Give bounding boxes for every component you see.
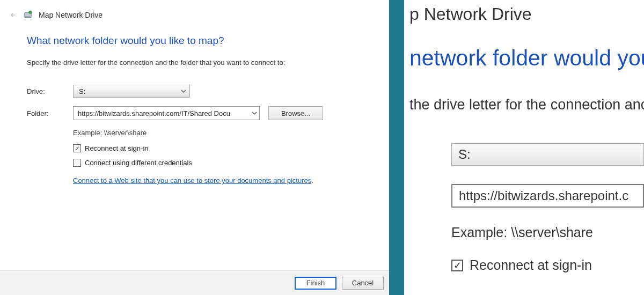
zoom-heading: network folder would you lik <box>409 46 644 71</box>
zoom-example: Example: \\server\share <box>451 225 644 240</box>
folder-value: https://bitwizards.sharepoint.com/IT/Sha… <box>78 109 252 117</box>
svg-rect-2 <box>24 17 32 18</box>
different-credentials-label: Connect using different credentials <box>85 159 192 167</box>
map-network-drive-dialog: Map Network Drive What network folder wo… <box>0 0 389 295</box>
dialog-footer: Finish Cancel <box>0 270 389 295</box>
pane-divider <box>389 0 404 295</box>
example-text: Example: \\server\share <box>73 129 362 137</box>
different-credentials-checkbox[interactable] <box>73 159 81 167</box>
cancel-button[interactable]: Cancel <box>342 277 384 290</box>
drive-select-value: S: <box>79 87 85 95</box>
folder-combobox[interactable]: https://bitwizards.sharepoint.com/IT/Sha… <box>73 106 260 120</box>
back-arrow-icon[interactable] <box>10 11 17 19</box>
zoom-drive-value: S: <box>458 147 471 162</box>
dialog-instruction: Specify the drive letter for the connect… <box>27 58 362 67</box>
zoom-folder-value: https://bitwizards.sharepoint.c <box>459 188 628 203</box>
zoom-folder-input[interactable]: https://bitwizards.sharepoint.c <box>451 184 644 208</box>
chevron-down-icon <box>181 87 186 95</box>
zoom-panel: p Network Drive network folder would you… <box>404 0 644 295</box>
zoom-reconnect-checkbox[interactable] <box>451 260 463 271</box>
network-drive-icon <box>23 10 33 20</box>
titlebar: Map Network Drive <box>0 0 389 20</box>
zoom-instruction: the drive letter for the connection anc <box>409 97 644 113</box>
connect-website-link[interactable]: Connect to a Web site that you can use t… <box>73 176 311 185</box>
finish-button[interactable]: Finish <box>295 277 336 290</box>
zoom-drive-select[interactable]: S: <box>451 143 644 166</box>
dialog-title: Map Network Drive <box>39 11 103 19</box>
browse-button[interactable]: Browse... <box>268 106 323 120</box>
dialog-heading: What network folder would you like to ma… <box>27 35 362 47</box>
zoom-title: p Network Drive <box>409 4 644 24</box>
svg-point-1 <box>29 11 32 13</box>
drive-label: Drive: <box>27 87 73 95</box>
folder-label: Folder: <box>27 109 73 117</box>
zoom-reconnect-label: Reconnect at sign-in <box>470 257 592 273</box>
reconnect-label: Reconnect at sign-in <box>85 144 149 152</box>
chevron-down-icon <box>252 109 257 117</box>
reconnect-checkbox[interactable] <box>73 144 81 152</box>
drive-select[interactable]: S: <box>73 85 190 98</box>
